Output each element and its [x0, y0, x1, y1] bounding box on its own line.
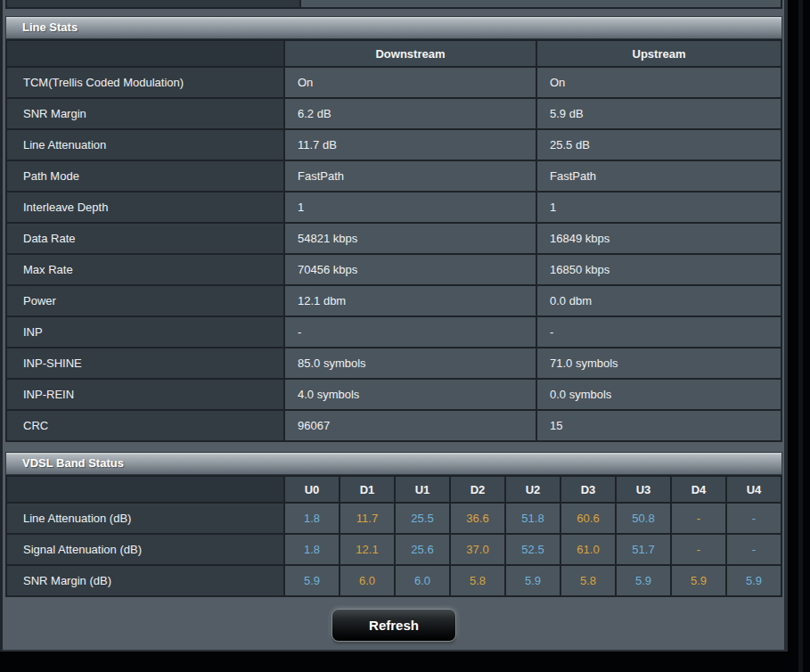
downstream-value: 6.2 dB — [284, 98, 536, 129]
band-header-d4: D4 — [671, 476, 726, 503]
band-value-u0: 1.8 — [284, 503, 340, 534]
band-value-d1: 6.0 — [340, 565, 395, 596]
row-label: INP — [6, 316, 284, 348]
row-label: Max Rate — [6, 254, 284, 285]
band-value-u2: 5.9 — [505, 565, 560, 596]
line-stats-row: Data Rate54821 kbps16849 kbps — [6, 223, 781, 254]
line-stats-row: Line Attenuation11.7 dB25.5 dB — [6, 129, 781, 160]
vdsl-band-row: Signal Attenuation (dB)1.812.125.637.052… — [6, 534, 781, 565]
upstream-value: 0.0 dbm — [536, 285, 781, 316]
line-stats-row: INP-REIN4.0 symbols0.0 symbols — [6, 379, 781, 410]
downstream-value: 54821 kbps — [284, 223, 536, 254]
line-stats-row: Path ModeFastPathFastPath — [6, 160, 781, 192]
band-header-u3: U3 — [616, 476, 671, 503]
band-value-u3: 5.9 — [616, 565, 671, 596]
row-label: Line Attenuation (dB) — [6, 503, 284, 534]
row-label: Interleave Depth — [6, 192, 284, 223]
line-stats-row: INP-SHINE85.0 symbols71.0 symbols — [6, 348, 781, 379]
band-value-u4: - — [726, 503, 781, 534]
downstream-value: 85.0 symbols — [284, 348, 536, 379]
band-value-u1: 25.6 — [395, 534, 450, 565]
downstream-value: 4.0 symbols — [284, 379, 536, 410]
line-stats-row: Interleave Depth11 — [6, 192, 781, 223]
downstream-value: FastPath — [284, 160, 536, 192]
partial-row — [6, 0, 781, 8]
band-header-d1: D1 — [340, 476, 395, 503]
upstream-value: 25.5 dB — [536, 129, 781, 160]
column-header-upstream: Upstream — [536, 40, 781, 67]
row-label: INP-SHINE — [6, 348, 284, 379]
band-value-d4: - — [671, 534, 726, 565]
band-value-u0: 1.8 — [284, 534, 340, 565]
band-value-u1: 6.0 — [395, 565, 450, 596]
row-label: SNR Margin — [6, 98, 284, 129]
line-stats-table: DownstreamUpstream TCM(Trellis Coded Mod… — [5, 39, 782, 442]
band-value-u4: - — [726, 534, 781, 565]
band-value-d4: - — [671, 503, 726, 534]
row-label: Signal Attenuation (dB) — [6, 534, 284, 565]
partial-table-above — [5, 0, 782, 9]
band-value-d3: 61.0 — [560, 534, 616, 565]
upstream-value: 0.0 symbols — [536, 379, 781, 410]
band-value-u4: 5.9 — [726, 565, 781, 596]
row-label: SNR Margin (dB) — [6, 565, 284, 596]
downstream-value: 1 — [284, 192, 536, 223]
line-stats-row: TCM(Trellis Coded Modulation)OnOn — [6, 67, 781, 98]
band-header-u0: U0 — [284, 476, 340, 503]
downstream-value: On — [284, 67, 536, 98]
downstream-value: 70456 kbps — [284, 254, 536, 285]
upstream-value: - — [536, 316, 781, 348]
vdsl-band-status-table: U0D1U1D2U2D3U3D4U4 Line Attenuation (dB)… — [5, 475, 782, 597]
band-header-u2: U2 — [505, 476, 560, 503]
upstream-value: 16850 kbps — [536, 254, 781, 285]
line-stats-row: Max Rate70456 kbps16850 kbps — [6, 254, 781, 285]
band-value-u3: 50.8 — [616, 503, 671, 534]
downstream-value: - — [284, 316, 536, 348]
upstream-value: FastPath — [536, 160, 781, 192]
row-label: Power — [6, 285, 284, 316]
line-stats-row: Power12.1 dbm0.0 dbm — [6, 285, 781, 316]
upstream-value: 1 — [536, 192, 781, 223]
band-header-u4: U4 — [726, 476, 781, 503]
corner-cell — [6, 476, 284, 503]
line-stats-section-header: Line Stats — [5, 16, 782, 39]
band-value-d3: 5.8 — [560, 565, 616, 596]
row-label: Line Attenuation — [6, 129, 284, 160]
band-value-d2: 5.8 — [450, 565, 505, 596]
band-value-d1: 12.1 — [340, 534, 395, 565]
vdsl-band-header-row: U0D1U1D2U2D3U3D4U4 — [6, 476, 781, 503]
upstream-value: 5.9 dB — [536, 98, 781, 129]
line-stats-row: SNR Margin6.2 dB5.9 dB — [6, 98, 781, 129]
corner-cell — [6, 40, 284, 67]
upstream-value: On — [536, 67, 781, 98]
line-stats-row: INP-- — [6, 316, 781, 348]
row-label: Data Rate — [6, 223, 284, 254]
band-value-d3: 60.6 — [560, 503, 616, 534]
refresh-button[interactable]: Refresh — [331, 609, 456, 642]
band-value-u3: 51.7 — [616, 534, 671, 565]
vdsl-band-status-section-header: VDSL Band Status — [5, 452, 782, 475]
upstream-value: 71.0 symbols — [536, 348, 781, 379]
band-value-d1: 11.7 — [340, 503, 395, 534]
band-header-d2: D2 — [450, 476, 505, 503]
page-background: { "line_stats": { "title": "Line Stats",… — [0, 0, 810, 672]
row-label: INP-REIN — [6, 379, 284, 410]
scrollbar-track[interactable] — [798, 0, 803, 672]
line-stats-title: Line Stats — [22, 20, 78, 34]
band-value-d2: 36.6 — [450, 503, 505, 534]
line-stats-row: CRC9606715 — [6, 410, 781, 441]
downstream-value: 12.1 dbm — [284, 285, 536, 316]
band-header-u1: U1 — [395, 476, 450, 503]
vdsl-band-row: Line Attenuation (dB)1.811.725.536.651.8… — [6, 503, 781, 534]
downstream-value: 96067 — [284, 410, 536, 441]
row-label: TCM(Trellis Coded Modulation) — [6, 67, 284, 98]
band-value-u2: 52.5 — [505, 534, 560, 565]
content-panel: Line Stats DownstreamUpstream TCM(Trelli… — [0, 0, 788, 652]
vdsl-band-status-title: VDSL Band Status — [22, 456, 124, 470]
band-value-d2: 37.0 — [450, 534, 505, 565]
band-value-u1: 25.5 — [395, 503, 450, 534]
band-header-d3: D3 — [560, 476, 616, 503]
partial-label-cell — [6, 0, 300, 8]
row-label: Path Mode — [6, 160, 284, 192]
upstream-value: 15 — [536, 410, 781, 441]
